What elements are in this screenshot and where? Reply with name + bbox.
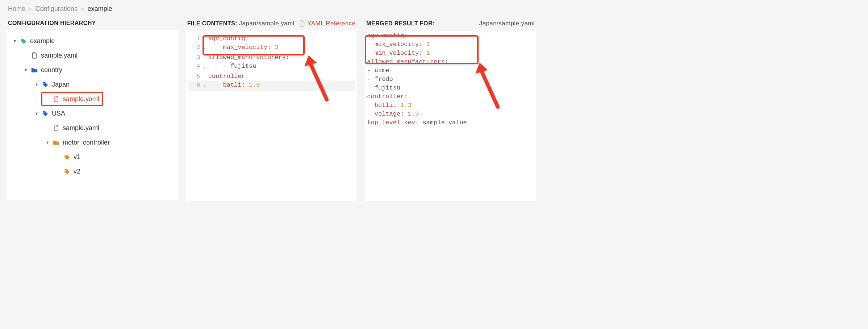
hierarchy-tree: ▼examplesample.yaml▼country▼Japansample.… [7, 30, 178, 200]
code-text: allowed_manufacturers: [207, 53, 355, 62]
code-line[interactable]: 5controller: [188, 72, 355, 81]
fold-marker[interactable]: ▾ [203, 81, 207, 91]
tree-tag[interactable]: ▼Japan [30, 77, 74, 92]
caret-icon[interactable]: ▼ [34, 82, 39, 87]
file-contents-title: FILE CONTENTS: [187, 20, 237, 26]
code-line[interactable]: 2▾ max_velocity: 3 [188, 43, 355, 53]
svg-point-1 [43, 83, 44, 84]
merged-code-line: batli: 1.3 [367, 101, 534, 110]
merged-code-line: - fujitsu [367, 84, 534, 92]
tree-tag[interactable]: ▼USA [30, 106, 69, 121]
file-icon [53, 125, 60, 131]
merged-result-header: MERGED RESULT FOR: Japan/sample.yaml [365, 16, 536, 31]
merged-result-title: MERGED RESULT FOR: [366, 20, 434, 27]
code-editor[interactable]: 1agv_config:2▾ max_velocity: 33allowed_m… [188, 34, 355, 91]
breadcrumb-home[interactable]: Home [8, 5, 25, 13]
line-number: 5 [188, 72, 203, 81]
code-line[interactable]: 4▾ - fujitsu [188, 62, 355, 72]
tag-icon [63, 154, 71, 160]
code-line[interactable]: 6▾ batli: 1.3 [188, 81, 355, 91]
line-number: 6 [188, 81, 203, 89]
merged-code-line: allowed_manufacturers: [367, 58, 534, 66]
code-text: batli: 1.3 [207, 81, 355, 89]
code-text: controller: [207, 72, 355, 81]
tree-tag[interactable]: v1 [52, 150, 84, 164]
svg-point-2 [43, 112, 44, 113]
merged-code-line: min_velocity: 1 [367, 49, 534, 58]
fold-marker[interactable]: ▾ [203, 62, 207, 72]
tree-item-label: country [41, 66, 62, 74]
svg-point-0 [22, 39, 22, 40]
line-number: 1 [188, 34, 203, 43]
line-number: 4 [188, 62, 203, 71]
line-number: 2 [188, 43, 203, 52]
tree-item-label: motor_controller [63, 139, 110, 146]
merged-result-panel: agv_config: max_velocity: 3 min_velocity… [365, 31, 536, 201]
tree-item-label: USA [52, 110, 65, 117]
tree-file[interactable]: sample.yaml [41, 92, 103, 106]
tree-item-label: example [30, 37, 55, 45]
code-line[interactable]: 3allowed_manufacturers: [188, 53, 355, 62]
merged-code-line: - frodo [367, 75, 534, 84]
hierarchy-title: CONFIGURATION HIERARCHY [7, 16, 178, 30]
breadcrumb-current: example [88, 5, 112, 13]
code-text: agv_config: [207, 34, 355, 43]
tree-item-label: sample.yaml [63, 95, 99, 103]
line-number: 3 [188, 53, 203, 62]
breadcrumb-configurations[interactable]: Configurations [36, 5, 78, 13]
tree-file[interactable]: sample.yaml [20, 48, 82, 63]
merged-code-line: top_level_key: sample_value [367, 118, 534, 127]
caret-icon[interactable]: ▼ [24, 68, 28, 72]
file-icon [53, 96, 60, 102]
svg-point-4 [65, 170, 66, 171]
breadcrumb-sep: » [81, 6, 84, 12]
folder-icon [31, 67, 38, 73]
tree-item-label: v2 [74, 168, 80, 175]
tree-folder[interactable]: ▼country [20, 63, 66, 77]
merged-result-path: Japan/sample.yaml [479, 20, 535, 27]
tree-item-label: Japan [52, 81, 70, 88]
file-contents-panel: 1agv_config:2▾ max_velocity: 33allowed_m… [186, 31, 357, 201]
fold-marker [203, 53, 207, 55]
fold-marker [203, 34, 207, 36]
tree-file[interactable]: sample.yaml [41, 121, 103, 135]
tree-tag[interactable]: ▼example [9, 34, 59, 48]
merged-code-line: - acme [367, 66, 534, 75]
merged-code-line: agv_config: [367, 32, 534, 40]
file-contents-header: FILE CONTENTS: Japan/sample.yaml YAML Re… [186, 16, 357, 31]
tree-tag[interactable]: v2 [52, 164, 84, 179]
svg-point-3 [65, 155, 66, 156]
merged-code-line: controller: [367, 92, 534, 101]
code-line[interactable]: 1agv_config: [188, 34, 355, 43]
tree-item-label: sample.yaml [41, 52, 78, 59]
page-root: Home » Configurations » example CONFIGUR… [0, 0, 543, 220]
tag-icon [42, 81, 49, 88]
yaml-reference-link[interactable]: YAML Reference [299, 20, 355, 27]
folder-icon [53, 140, 60, 145]
file-contents-column: FILE CONTENTS: Japan/sample.yaml YAML Re… [186, 16, 357, 201]
file-contents-path: Japan/sample.yaml [239, 20, 295, 27]
fold-marker[interactable]: ▾ [203, 43, 207, 53]
fold-marker [203, 72, 207, 74]
tag-icon [63, 168, 71, 175]
tag-icon [42, 110, 49, 117]
file-icon [31, 52, 38, 59]
code-text: max_velocity: 3 [207, 43, 355, 52]
merged-result-column: MERGED RESULT FOR: Japan/sample.yaml agv… [365, 16, 536, 201]
merged-code-line: voltage: 1.3 [367, 110, 534, 118]
caret-icon[interactable]: ▼ [13, 39, 17, 43]
tree-item-label: sample.yaml [63, 124, 99, 132]
caret-icon[interactable]: ▼ [45, 140, 50, 145]
tree-folder[interactable]: ▼motor_controller [41, 135, 114, 150]
caret-icon[interactable]: ▼ [34, 111, 39, 116]
code-text: - fujitsu [207, 62, 355, 71]
tag-icon [20, 38, 27, 44]
hierarchy-column: CONFIGURATION HIERARCHY ▼examplesample.y… [7, 16, 178, 201]
merged-code: agv_config: max_velocity: 3 min_velocity… [366, 32, 534, 127]
merged-code-line: max_velocity: 3 [367, 40, 534, 49]
tree-item-label: v1 [74, 153, 80, 161]
document-icon [299, 20, 305, 27]
breadcrumb-sep: » [29, 6, 32, 12]
breadcrumb: Home » Configurations » example [0, 0, 543, 16]
